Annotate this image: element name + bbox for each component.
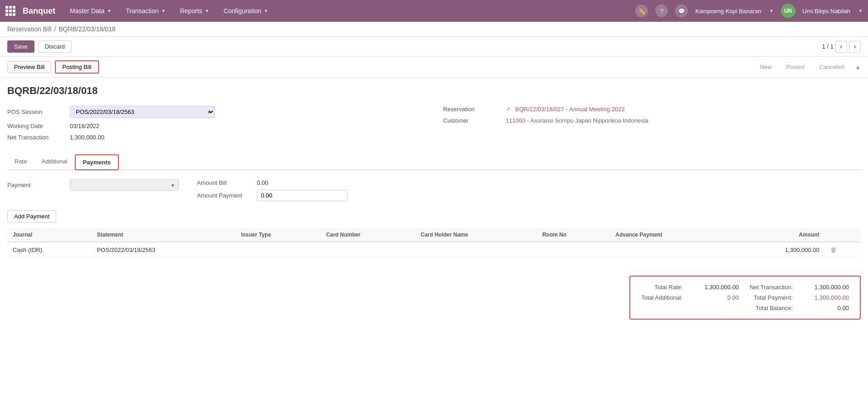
working-date-value: 03/18/2022 — [70, 123, 99, 129]
breadcrumb-current: BQRB/22/03/18/018 — [59, 25, 115, 33]
user-avatar[interactable]: UN — [781, 4, 795, 18]
pagination: 1 / 1 ‹ › — [822, 41, 861, 53]
total-rate-value: 1,300,000.00 — [693, 284, 739, 291]
pos-session-label: POS Session — [7, 109, 66, 115]
nav-master-data[interactable]: Master Data ▼ — [66, 5, 115, 16]
customer-value[interactable]: 111060 - Asuransi Sompo Japan Nipponkoa … — [506, 117, 648, 124]
brand-name: Banquet — [23, 6, 55, 16]
pos-session-select-wrapper: POS/2022/03/18/2563 — [70, 106, 215, 118]
nav-transaction[interactable]: Transaction ▼ — [122, 5, 169, 16]
cell-amount: 1,300,000.00 — [731, 242, 825, 257]
tab-rate[interactable]: Rate — [7, 154, 34, 170]
caret-icon: ▼ — [205, 9, 209, 13]
user-caret-icon[interactable]: ▼ — [858, 9, 863, 13]
form-right: Reservation ↗ BQR/22/03/18/027 - Annual … — [443, 106, 861, 145]
tab-row: Rate Additional Payments — [7, 154, 861, 170]
col-amount: Amount — [731, 228, 825, 242]
payment-label: Payment — [7, 182, 66, 188]
table-body: Cash (IDR) POS/2022/03/18/2563 1,300,000… — [7, 242, 861, 257]
summary-box: Total Rate: 1,300,000.00 Net Transaction… — [629, 276, 861, 320]
add-payment-button[interactable]: Add Payment — [7, 210, 56, 222]
total-additional-label: Total Additional: — [641, 294, 682, 301]
total-rate-label: Total Rate: — [641, 284, 682, 291]
external-link-icon[interactable]: ↗ — [506, 106, 510, 112]
pagination-text: 1 / 1 — [822, 43, 834, 50]
net-transaction-summary-label: Net Transaction: — [750, 284, 793, 291]
cell-issuer-type — [236, 242, 321, 257]
total-payment-label: Total Payment: — [750, 294, 793, 301]
working-date-row: Working Date 03/18/2022 — [7, 123, 425, 129]
edit-icon[interactable]: ✏️ — [635, 5, 648, 17]
table-header: Journal Statement Issuer Type Card Numbe… — [7, 228, 861, 242]
delete-row-button[interactable]: 🗑 — [830, 246, 837, 253]
form-section: POS Session POS/2022/03/18/2563 Working … — [7, 106, 861, 145]
net-transaction-row: Net Transaction 1,300,000.00 — [7, 134, 425, 141]
cell-card-holder — [415, 242, 537, 257]
breadcrumb-separator: / — [54, 25, 56, 33]
nav-reports[interactable]: Reports ▼ — [177, 5, 213, 16]
breadcrumb-parent[interactable]: Reservation Bill — [7, 25, 51, 33]
payment-select[interactable] — [70, 179, 179, 191]
col-room-no: Room No — [537, 228, 610, 242]
amount-bill-row: Amount Bill 0.00 — [197, 179, 348, 186]
cell-statement: POS/2022/03/18/2563 — [91, 242, 235, 257]
top-navigation: Banquet Master Data ▼ Transaction ▼ Repo… — [0, 0, 868, 22]
total-payment-value: 1,300,000.00 — [804, 294, 849, 301]
pos-session-select[interactable]: POS/2022/03/18/2563 — [70, 106, 215, 118]
apps-icon[interactable] — [5, 6, 15, 16]
net-transaction-label: Net Transaction — [7, 134, 66, 141]
user-name[interactable]: Umi Bilqis Nabilah — [803, 8, 850, 15]
caret-icon: ▼ — [107, 9, 111, 13]
nav-right: ✏️ ? 💬 Kampoeng Kopi Banaran ▼ UN Umi Bi… — [635, 4, 863, 18]
col-card-number: Card Number — [321, 228, 415, 242]
net-transaction-value: 1,300,000.00 — [70, 134, 104, 141]
chat-icon[interactable]: 💬 — [675, 5, 688, 17]
payments-table: Journal Statement Issuer Type Card Numbe… — [7, 228, 861, 257]
nav-configuration[interactable]: Configuration ▼ — [220, 5, 272, 16]
prev-page-button[interactable]: ‹ — [835, 41, 847, 53]
save-button[interactable]: Save — [7, 40, 34, 53]
tab-additional[interactable]: Additional — [34, 154, 74, 170]
status-new[interactable]: New — [753, 62, 779, 72]
tab-payments[interactable]: Payments — [75, 154, 119, 170]
reservation-label: Reservation — [443, 106, 502, 113]
amount-payment-row: Amount Payment — [197, 190, 348, 201]
amount-bill-value: 0.00 — [257, 179, 284, 186]
user-initials: UN — [784, 8, 792, 14]
amount-bill-label: Amount Bill — [197, 179, 251, 186]
next-page-button[interactable]: › — [849, 41, 861, 53]
help-icon[interactable]: ? — [655, 5, 668, 17]
scroll-up-icon[interactable]: ▲ — [855, 64, 861, 70]
reservation-row: Reservation ↗ BQR/22/03/18/027 - Annual … — [443, 106, 861, 113]
action-row: Preview Bill Posting Bill New Posted Can… — [0, 57, 868, 78]
table-row: Cash (IDR) POS/2022/03/18/2563 1,300,000… — [7, 242, 861, 257]
status-posted[interactable]: Posted — [779, 62, 812, 72]
toolbar: Save Discard 1 / 1 ‹ › — [0, 37, 868, 57]
reservation-value[interactable]: BQR/22/03/18/027 - Annual Meeting 2022 — [515, 106, 625, 113]
total-balance-value: 0.00 — [804, 305, 849, 311]
summary-footer: Total Rate: 1,300,000.00 Net Transaction… — [7, 276, 861, 320]
cell-advance-payment — [610, 242, 730, 257]
cell-journal: Cash (IDR) — [7, 242, 91, 257]
status-canceled[interactable]: Canceled — [812, 62, 851, 72]
col-card-holder: Card Holder Name — [415, 228, 537, 242]
breadcrumb: Reservation Bill / BQRB/22/03/18/018 — [0, 22, 868, 37]
pos-session-row: POS Session POS/2022/03/18/2563 — [7, 106, 425, 118]
payment-select-wrapper — [70, 179, 179, 191]
amount-payment-input[interactable] — [257, 190, 348, 201]
payment-right: Amount Bill 0.00 Amount Payment — [197, 179, 348, 201]
main-content: BQRB/22/03/18/018 POS Session POS/2022/0… — [0, 78, 868, 327]
content-area: Reservation Bill / BQRB/22/03/18/018 Sav… — [0, 22, 868, 405]
customer-row: Customer 111060 - Asuransi Sompo Japan N… — [443, 117, 861, 124]
working-date-label: Working Date — [7, 123, 66, 129]
posting-bill-button[interactable]: Posting Bill — [55, 60, 98, 74]
col-issuer-type: Issuer Type — [236, 228, 321, 242]
preview-bill-button[interactable]: Preview Bill — [7, 61, 51, 73]
payment-left: Payment — [7, 179, 179, 191]
company-caret-icon[interactable]: ▼ — [770, 9, 774, 13]
status-bar: New Posted Canceled — [753, 62, 851, 72]
caret-icon: ▼ — [162, 9, 166, 13]
company-name[interactable]: Kampoeng Kopi Banaran — [695, 8, 761, 15]
discard-button[interactable]: Discard — [38, 40, 72, 53]
amount-payment-label: Amount Payment — [197, 192, 251, 199]
